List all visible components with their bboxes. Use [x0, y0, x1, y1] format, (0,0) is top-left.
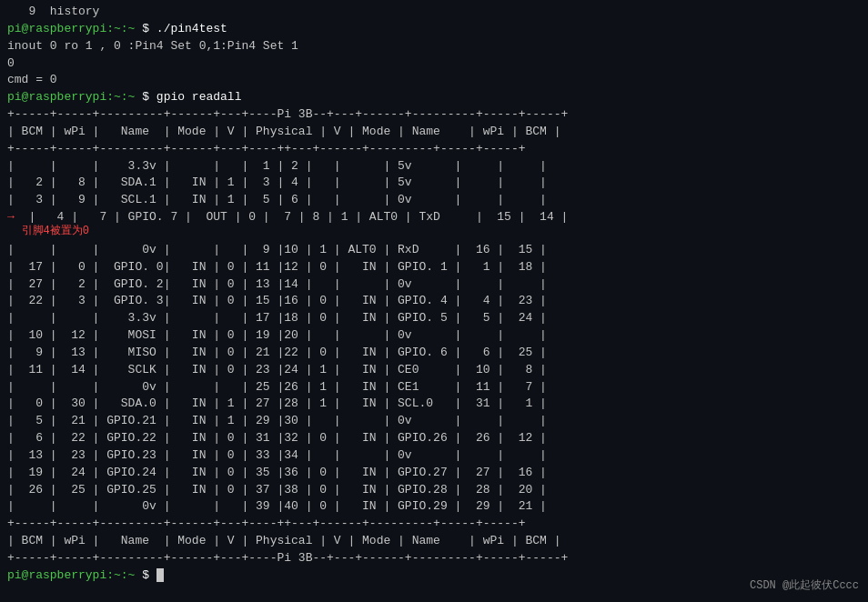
terminal-line: | 22 | 3 | GPIO. 3| IN | 0 | 15 |16 | 0 …	[7, 293, 861, 310]
terminal-line: pi@raspberrypi:~:~ $ gpio readall	[7, 89, 861, 106]
terminal-line: cmd = 0	[7, 72, 861, 89]
terminal-line: | | | 0v | | | 9 |10 | 1 | ALT0 | RxD | …	[7, 242, 861, 259]
terminal-line: | 19 | 24 | GPIO.24 | IN | 0 | 35 |36 | …	[7, 465, 861, 482]
terminal-line: | 6 | 22 | GPIO.22 | IN | 0 | 31 |32 | 0…	[7, 430, 861, 447]
terminal-line: | | | 3.3v | | | 17 |18 | 0 | IN | GPIO.…	[7, 310, 861, 327]
terminal: 9 historypi@raspberrypi:~:~ $ ./pin4test…	[0, 0, 868, 602]
terminal-line: | BCM | wPi | Name | Mode | V | Physical…	[7, 124, 861, 141]
terminal-line: | 26 | 25 | GPIO.25 | IN | 0 | 37 |38 | …	[7, 482, 861, 499]
terminal-line: | 9 | 13 | MISO | IN | 0 | 21 |22 | 0 | …	[7, 345, 861, 362]
terminal-line: pi@raspberrypi:~:~ $ ./pin4test	[7, 21, 861, 38]
terminal-line: | 3 | 9 | SCL.1 | IN | 1 | 5 | 6 | | | 0…	[7, 192, 861, 209]
watermark-text: CSDN @此起彼伏Cccc	[750, 577, 859, 593]
terminal-line: | 11 | 14 | SCLK | IN | 0 | 23 |24 | 1 |…	[7, 362, 861, 379]
terminal-line: inout 0 ro 1 , 0 :Pin4 Set 0,1:Pin4 Set …	[7, 38, 861, 55]
terminal-line: | BCM | wPi | Name | Mode | V | Physical…	[7, 533, 861, 550]
terminal-line: | | | 0v | | | 25 |26 | 1 | IN | CE1 | 1…	[7, 379, 861, 396]
terminal-line: 9 history	[7, 4, 861, 21]
terminal-line: | | | 0v | | | 39 |40 | 0 | IN | GPIO.29…	[7, 498, 861, 516]
terminal-line: 0	[7, 55, 861, 73]
terminal-line: | 5 | 21 | GPIO.21 | IN | 1 | 29 |30 | |…	[7, 413, 861, 430]
terminal-line: | 17 | 0 | GPIO. 0| IN | 0 | 11 |12 | 0 …	[7, 259, 861, 276]
terminal-line: | 10 | 12 | MOSI | IN | 0 | 19 |20 | | |…	[7, 327, 861, 345]
terminal-line: +-----+-----+---------+------+---+----Pi…	[7, 550, 861, 567]
terminal-line: +-----+-----+---------+------+---+----++…	[7, 141, 861, 158]
terminal-line: +-----+-----+---------+------+---+----++…	[7, 516, 861, 533]
terminal-line: pi@raspberrypi:~:~ $	[7, 567, 861, 585]
terminal-line: | 0 | 30 | SDA.0 | IN | 1 | 27 |28 | 1 |…	[7, 396, 861, 413]
terminal-line: | | | 3.3v | | | 1 | 2 | | | 5v | | |	[7, 158, 861, 176]
terminal-line: 引脚4被置为0	[7, 223, 861, 240]
terminal-line: | 2 | 8 | SDA.1 | IN | 1 | 3 | 4 | | | 5…	[7, 175, 861, 192]
terminal-line: | 13 | 23 | GPIO.23 | IN | 0 | 33 |34 | …	[7, 447, 861, 465]
terminal-line: | 27 | 2 | GPIO. 2| IN | 0 | 13 |14 | | …	[7, 276, 861, 294]
terminal-line: +-----+-----+---------+------+---+----Pi…	[7, 106, 861, 124]
